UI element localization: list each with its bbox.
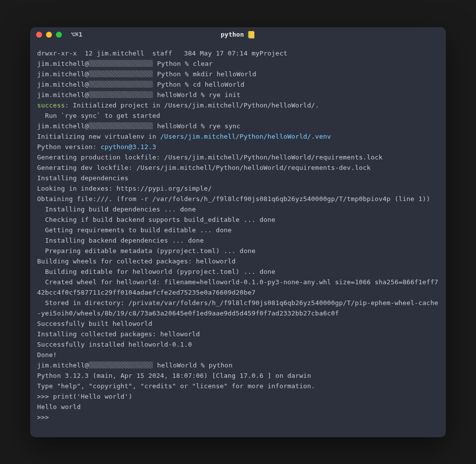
terminal-window: ⌥⌘1 python 📒 drwxr-xr-x 12 jim.mitchell … [30, 27, 446, 437]
window-title: python 📒 [221, 31, 255, 39]
output-line: Getting requirements to build editable .… [37, 225, 439, 235]
prompt-line: jim.mitchell@ helloWorld % python [37, 360, 439, 370]
censored-host [89, 70, 153, 77]
prompt-line: jim.mitchell@ Python % mkdir helloWorld [37, 69, 439, 79]
output-line: Preparing editable metadata (pyproject.t… [37, 246, 439, 256]
output-line: success: Initialized project in /Users/j… [37, 100, 439, 110]
output-line: Installing backend dependencies ... done [37, 235, 439, 246]
prompt-line: jim.mitchell@ helloWorld % rye sync [37, 121, 439, 131]
output-line: Building editable for helloworld (pyproj… [37, 266, 439, 277]
output-line: Stored in directory: /private/var/folder… [37, 298, 439, 318]
output-line: Python 3.12.3 (main, Apr 15 2024, 18:07:… [37, 370, 439, 381]
python-version: cpython@3.12.3 [100, 143, 156, 151]
output-line: Successfully installed helloworld-0.1.0 [37, 339, 439, 350]
output-line: Initializing new virtualenv in /Users/ji… [37, 131, 439, 142]
output-line: Checking if build backend supports build… [37, 214, 439, 225]
repl-line: >>> print('Hello world') [37, 391, 439, 402]
output-line: Installing dependencies [37, 173, 439, 183]
venv-path: /Users/jim.mitchell/Python/helloWorld/.v… [160, 133, 331, 140]
titlebar: ⌥⌘1 python 📒 [30, 27, 446, 42]
output-line: Obtaining file:///. (from -r /var/folder… [37, 194, 439, 204]
output-line: Installing collected packages: helloworl… [37, 329, 439, 339]
traffic-lights [36, 32, 62, 38]
output-line: Successfully built helloworld [37, 318, 439, 329]
censored-host [89, 60, 153, 67]
title-emoji-icon: 📒 [247, 31, 255, 39]
censored-host [89, 122, 153, 129]
censored-host [89, 91, 153, 98]
censored-host [89, 361, 153, 368]
output-line: Created wheel for helloworld: filename=h… [37, 277, 439, 298]
repl-line: >>> [37, 412, 439, 422]
censored-host [89, 81, 153, 88]
prompt-line: jim.mitchell@ helloWorld % rye init [37, 90, 439, 100]
window-title-text: python [221, 31, 244, 38]
output-line: Done! [37, 350, 439, 360]
prompt-line: jim.mitchell@ Python % cd helloWorld [37, 79, 439, 90]
minimize-button[interactable] [46, 32, 52, 38]
output-line: Building wheels for collected packages: … [37, 256, 439, 266]
output-line: Python version: cpython@3.12.3 [37, 142, 439, 152]
terminal-body[interactable]: drwxr-xr-x 12 jim.mitchell staff 384 May… [30, 42, 446, 437]
tab-shortcut-label: ⌥⌘1 [71, 31, 82, 38]
output-line: Installing build dependencies ... done [37, 204, 439, 214]
close-button[interactable] [36, 32, 42, 38]
success-label: success: [37, 102, 69, 109]
output-line: Generating dev lockfile: /Users/jim.mitc… [37, 162, 439, 173]
output-line: Run `rye sync` to get started [37, 110, 439, 121]
prompt-line: jim.mitchell@ Python % clear [37, 58, 439, 69]
output-line: Type "help", "copyright", "credits" or "… [37, 381, 439, 391]
output-line: Hello world [37, 402, 439, 412]
maximize-button[interactable] [56, 32, 62, 38]
output-line: Generating production lockfile: /Users/j… [37, 152, 439, 162]
output-line: Looking in indexes: https://pypi.org/sim… [37, 183, 439, 194]
output-line: drwxr-xr-x 12 jim.mitchell staff 384 May… [37, 48, 439, 58]
